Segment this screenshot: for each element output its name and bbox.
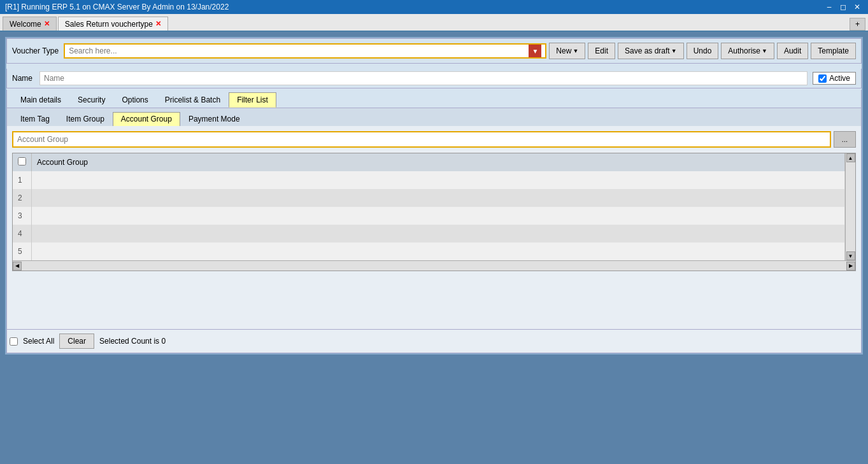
undo-btn[interactable]: Undo	[687, 43, 719, 59]
scroll-up-btn[interactable]: ▲	[846, 153, 855, 162]
row-3-num: 3	[13, 207, 32, 225]
voucher-type-search-box: ▼	[64, 43, 546, 59]
active-checkbox[interactable]	[818, 74, 827, 83]
tab-pricelist-batch[interactable]: Pricelist & Batch	[157, 92, 229, 108]
table-container: Account Group 1 2	[13, 153, 855, 260]
save-as-draft-arrow: ▼	[671, 48, 677, 54]
table-row: 3	[13, 207, 845, 225]
tab-sales-return[interactable]: Sales Return vouchertype ✕	[58, 17, 168, 31]
new-btn-label: New	[556, 46, 571, 55]
save-as-draft-btn[interactable]: Save as draft ▼	[618, 43, 684, 59]
row-4-num: 4	[13, 225, 32, 243]
account-group-table-wrapper: Account Group 1 2	[12, 153, 856, 271]
select-all-label[interactable]: Select All	[23, 337, 54, 346]
scroll-right-btn[interactable]: ▶	[846, 262, 855, 271]
edit-btn-label: Edit	[595, 46, 608, 55]
subtab-account-group[interactable]: Account Group	[113, 112, 180, 126]
selected-count-label: Selected Count is 0	[99, 337, 166, 346]
restore-btn[interactable]: ◻	[837, 1, 849, 13]
row-1-num: 1	[13, 171, 32, 189]
name-input[interactable]	[39, 71, 808, 85]
undo-btn-label: Undo	[694, 46, 712, 55]
table-row: 2	[13, 189, 845, 207]
template-btn-label: Template	[818, 46, 849, 55]
voucher-type-dropdown-btn[interactable]: ▼	[529, 45, 541, 57]
row-3-value	[32, 207, 845, 225]
authorise-btn-arrow: ▼	[762, 48, 767, 54]
save-as-draft-label: Save as draft	[625, 46, 670, 55]
row-2-value	[32, 189, 845, 207]
tab-sales-return-label: Sales Return vouchertype	[65, 20, 153, 29]
outer-panel: Voucher Type ▼ New ▼ Edit Save as draft …	[5, 37, 863, 355]
window-controls: – ◻ ✕	[823, 1, 863, 13]
row-5-value	[32, 243, 845, 260]
minimize-btn[interactable]: –	[823, 1, 835, 13]
tab-options[interactable]: Options	[113, 92, 156, 108]
tab-welcome-label: Welcome	[10, 20, 41, 29]
main-content: Voucher Type ▼ New ▼ Edit Save as draft …	[0, 32, 868, 464]
header-account-group: Account Group	[32, 153, 845, 171]
account-group-table: Account Group 1 2	[13, 153, 845, 260]
active-label: Active	[829, 74, 850, 83]
tab-add-btn[interactable]: +	[850, 18, 865, 31]
toolbar-row: Voucher Type ▼ New ▼ Edit Save as draft …	[6, 38, 862, 64]
voucher-type-search-input[interactable]	[69, 46, 529, 55]
account-group-search-input[interactable]	[12, 131, 831, 148]
tab-welcome-close[interactable]: ✕	[44, 20, 50, 28]
row-1-value	[32, 171, 845, 189]
new-btn-arrow: ▼	[573, 48, 578, 54]
table-row: 1	[13, 171, 845, 189]
name-row: Name Active	[6, 69, 862, 88]
close-btn[interactable]: ✕	[851, 1, 863, 13]
row-4-value	[32, 225, 845, 243]
authorise-btn[interactable]: Authorise ▼	[721, 43, 774, 59]
name-field-label: Name	[12, 74, 34, 83]
table-row: 4	[13, 225, 845, 243]
tab-security[interactable]: Security	[69, 92, 113, 108]
horizontal-scrollbar[interactable]: ◀ ▶	[13, 260, 855, 271]
select-all-checkbox[interactable]	[10, 337, 18, 346]
scroll-h-thumb	[22, 261, 846, 271]
table-row: 5	[13, 243, 845, 260]
subtab-payment-mode[interactable]: Payment Mode	[180, 112, 248, 126]
sub-tabs: Item Tag Item Group Account Group Paymen…	[6, 108, 862, 126]
content-area: ... Account Group	[6, 126, 862, 330]
voucher-type-label: Voucher Type	[12, 46, 59, 55]
app-title: [R1] Running ERP 5.1 on CMAX Server By A…	[5, 3, 229, 11]
active-checkbox-area: Active	[813, 72, 856, 85]
tab-bar: Welcome ✕ Sales Return vouchertype ✕ +	[0, 14, 868, 32]
row-5-num: 5	[13, 243, 32, 260]
scroll-thumb	[846, 162, 855, 251]
account-group-search-btn[interactable]: ...	[834, 131, 856, 148]
account-group-search-row: ...	[12, 131, 856, 148]
header-checkbox-col	[13, 153, 32, 171]
template-btn[interactable]: Template	[811, 43, 856, 59]
title-bar: [R1] Running ERP 5.1 on CMAX Server By A…	[0, 0, 868, 14]
subtab-item-tag[interactable]: Item Tag	[12, 112, 58, 126]
tab-filter-list[interactable]: Filter List	[229, 92, 276, 108]
row-2-num: 2	[13, 189, 32, 207]
clear-btn[interactable]: Clear	[59, 334, 94, 349]
new-btn[interactable]: New ▼	[549, 43, 585, 59]
audit-btn-label: Audit	[784, 46, 801, 55]
tab-sales-return-close[interactable]: ✕	[155, 20, 161, 28]
edit-btn[interactable]: Edit	[588, 43, 615, 59]
tab-main-details[interactable]: Main details	[12, 92, 69, 108]
subtab-item-group[interactable]: Item Group	[58, 112, 113, 126]
authorise-btn-label: Authorise	[728, 46, 760, 55]
scroll-down-btn[interactable]: ▼	[846, 251, 855, 260]
vertical-scrollbar[interactable]: ▲ ▼	[845, 153, 855, 260]
scroll-left-btn[interactable]: ◀	[13, 262, 22, 271]
tab-welcome[interactable]: Welcome ✕	[3, 17, 57, 31]
table-header: Account Group	[13, 153, 845, 171]
nav-tabs: Main details Security Options Pricelist …	[6, 90, 862, 108]
audit-btn[interactable]: Audit	[777, 43, 808, 59]
header-select-all-checkbox[interactable]	[18, 157, 26, 165]
bottom-row: Select All Clear Selected Count is 0	[6, 330, 862, 353]
